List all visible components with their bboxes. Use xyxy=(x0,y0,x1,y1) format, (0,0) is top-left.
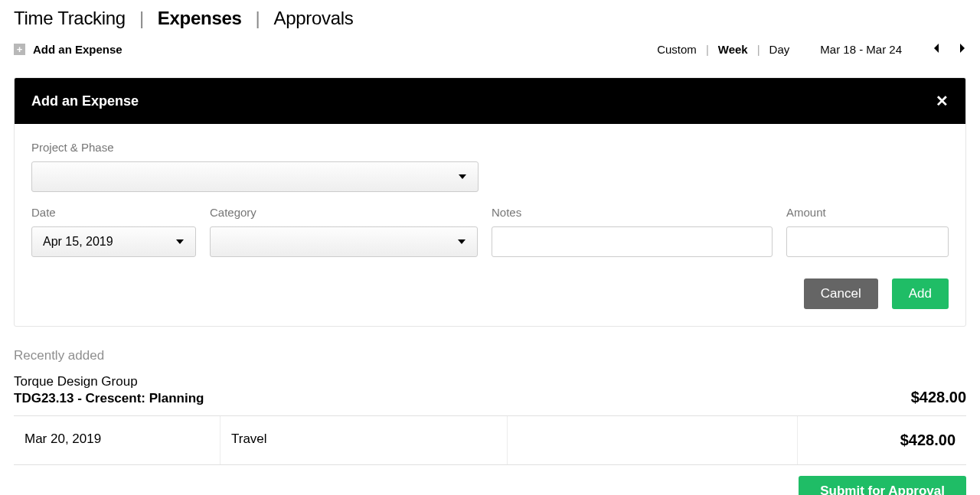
label-category: Category xyxy=(210,206,478,219)
field-amount: Amount xyxy=(786,206,949,257)
label-amount: Amount xyxy=(786,206,949,219)
view-mode-group: Custom | Week | Day xyxy=(657,43,789,56)
date-select[interactable]: Apr 15, 2019 xyxy=(31,226,196,257)
submit-row: Submit for Approval xyxy=(14,476,966,495)
panel-header: Add an Expense ✕ xyxy=(15,78,965,124)
label-notes: Notes xyxy=(492,206,773,219)
field-notes: Notes xyxy=(492,206,773,257)
svg-marker-4 xyxy=(458,239,466,244)
amount-input[interactable] xyxy=(786,226,949,257)
chevron-down-icon xyxy=(175,239,185,245)
cell-category: Travel xyxy=(220,416,508,464)
svg-marker-2 xyxy=(459,174,466,179)
view-divider: | xyxy=(706,43,709,56)
chevron-down-icon xyxy=(458,174,467,180)
project-phase-select[interactable] xyxy=(31,161,479,192)
tab-time-tracking[interactable]: Time Tracking xyxy=(14,8,126,29)
add-button[interactable]: Add xyxy=(892,278,949,309)
chevron-down-icon xyxy=(457,239,466,245)
svg-marker-1 xyxy=(960,44,965,53)
expense-group-header: Torque Design Group TDG23.13 - Crescent:… xyxy=(14,374,966,416)
date-nav xyxy=(933,43,966,56)
label-date: Date xyxy=(31,206,196,219)
cell-amount: $428.00 xyxy=(798,416,966,464)
panel-title: Add an Expense xyxy=(31,93,139,109)
date-value: Apr 15, 2019 xyxy=(43,235,113,249)
panel-body: Project & Phase Date Apr 15, 2019 Cat xyxy=(15,124,965,326)
add-expense-panel: Add an Expense ✕ Project & Phase Date Ap… xyxy=(14,77,966,327)
tab-divider: | xyxy=(139,8,144,29)
group-project: TDG23.13 - Crescent: Planning xyxy=(14,391,204,406)
field-category: Category xyxy=(210,206,478,257)
group-total: $428.00 xyxy=(911,389,966,406)
group-client: Torque Design Group xyxy=(14,374,204,389)
notes-input[interactable] xyxy=(492,226,773,257)
tab-divider: | xyxy=(256,8,260,29)
plus-icon: + xyxy=(14,44,25,55)
cancel-button[interactable]: Cancel xyxy=(804,278,878,309)
page-tabs: Time Tracking | Expenses | Approvals xyxy=(14,8,966,29)
date-range-label: Mar 18 - Mar 24 xyxy=(820,43,902,56)
group-info: Torque Design Group TDG23.13 - Crescent:… xyxy=(14,374,204,406)
label-project-phase: Project & Phase xyxy=(31,141,949,154)
add-expense-label: Add an Expense xyxy=(33,43,122,56)
cell-spacer xyxy=(508,416,798,464)
tab-expenses[interactable]: Expenses xyxy=(158,8,242,29)
view-mode-custom[interactable]: Custom xyxy=(657,43,697,56)
category-select[interactable] xyxy=(210,226,478,257)
next-arrow-icon[interactable] xyxy=(959,43,966,56)
cell-date: Mar 20, 2019 xyxy=(14,416,220,464)
tab-approvals[interactable]: Approvals xyxy=(273,8,353,29)
submit-for-approval-button[interactable]: Submit for Approval xyxy=(799,476,966,495)
svg-marker-3 xyxy=(176,239,184,244)
toolbar-right: Custom | Week | Day Mar 18 - Mar 24 xyxy=(657,43,966,56)
add-expense-button[interactable]: + Add an Expense xyxy=(14,43,122,56)
toolbar: + Add an Expense Custom | Week | Day Mar… xyxy=(14,43,966,56)
view-mode-week[interactable]: Week xyxy=(718,43,748,56)
close-icon[interactable]: ✕ xyxy=(936,92,949,110)
field-project-phase: Project & Phase xyxy=(31,141,949,192)
prev-arrow-icon[interactable] xyxy=(933,43,940,56)
panel-actions: Cancel Add xyxy=(31,278,949,309)
svg-marker-0 xyxy=(934,44,939,53)
table-row[interactable]: Mar 20, 2019 Travel $428.00 xyxy=(14,416,966,465)
view-mode-day[interactable]: Day xyxy=(769,43,790,56)
field-date: Date Apr 15, 2019 xyxy=(31,206,196,257)
view-divider: | xyxy=(757,43,760,56)
recently-added-heading: Recently added xyxy=(14,348,966,363)
fields-row: Date Apr 15, 2019 Category No xyxy=(31,206,949,257)
